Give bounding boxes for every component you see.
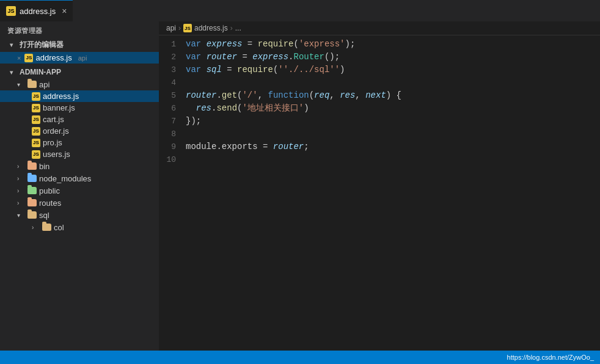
line-num-6: 6 bbox=[159, 102, 186, 115]
close-icon[interactable]: × bbox=[17, 54, 21, 62]
file-banner-js[interactable]: JS banner.js bbox=[0, 102, 159, 114]
line-num-1: 1 bbox=[159, 38, 186, 51]
tab-address-js[interactable]: JS address.js × bbox=[0, 0, 73, 21]
folder-api-label: api bbox=[39, 80, 49, 89]
file-pro-label: pro.js bbox=[43, 138, 62, 147]
code-line-8: 8 bbox=[159, 128, 600, 140]
code-line-6: 6 res.send('地址相关接口') bbox=[159, 102, 600, 115]
breadcrumb: api › JS address.js › ... bbox=[159, 21, 600, 35]
sidebar-title: 资源管理器 bbox=[0, 21, 159, 38]
open-filename: address.js bbox=[35, 53, 71, 62]
file-banner-label: banner.js bbox=[43, 103, 75, 112]
folder-routes[interactable]: routes bbox=[0, 197, 159, 209]
project-section-header[interactable]: ADMIN-APP bbox=[0, 66, 159, 78]
api-chevron bbox=[17, 81, 24, 88]
breadcrumb-filename: address.js bbox=[194, 24, 228, 32]
js-icon: JS bbox=[32, 104, 40, 112]
line-content-3: var sql = require(''./../sql'') bbox=[186, 64, 600, 76]
file-users-js[interactable]: JS users.js bbox=[0, 148, 159, 160]
folder-node-modules-label: node_modules bbox=[39, 174, 91, 183]
tab-bar: JS address.js × bbox=[0, 0, 600, 21]
breadcrumb-sep1: › bbox=[178, 24, 181, 32]
bin-folder-icon bbox=[27, 161, 37, 171]
open-editors-section: 打开的编辑器 × JS address.js api bbox=[0, 38, 159, 66]
project-name: ADMIN-APP bbox=[20, 68, 61, 76]
tab-close-button[interactable]: × bbox=[62, 7, 67, 15]
folder-sql[interactable]: sql bbox=[0, 209, 159, 221]
folder-sql-label: sql bbox=[39, 211, 49, 220]
line-content-8 bbox=[186, 128, 600, 140]
line-num-3: 3 bbox=[159, 64, 186, 76]
line-content-7: }); bbox=[186, 115, 600, 128]
project-chevron bbox=[10, 69, 17, 76]
line-num-10: 10 bbox=[159, 153, 186, 166]
line-num-2: 2 bbox=[159, 51, 186, 64]
js-icon: JS bbox=[6, 6, 16, 16]
open-editors-label: 打开的编辑器 bbox=[20, 40, 64, 50]
line-content-2: var router = express.Router(); bbox=[186, 51, 600, 64]
editor-area: api › JS address.js › ... 1 var express … bbox=[159, 21, 600, 351]
line-num-5: 5 bbox=[159, 89, 186, 102]
file-address-label: address.js bbox=[43, 92, 79, 101]
js-icon: JS bbox=[32, 115, 40, 124]
folder-col[interactable]: col bbox=[0, 221, 159, 233]
open-file-tag: api bbox=[78, 54, 87, 62]
routes-chevron bbox=[17, 200, 24, 206]
js-icon: JS bbox=[32, 150, 40, 159]
folder-api[interactable]: api bbox=[0, 78, 159, 90]
code-line-10: 10 bbox=[159, 153, 600, 166]
line-num-4: 4 bbox=[159, 76, 186, 89]
js-icon: JS bbox=[32, 127, 40, 136]
sidebar: 资源管理器 打开的编辑器 × JS address.js api ADMIN-A… bbox=[0, 21, 159, 351]
line-num-7: 7 bbox=[159, 115, 186, 128]
code-line-4: 4 bbox=[159, 76, 600, 89]
code-line-5: 5 router.get('/', function(req, res, nex… bbox=[159, 89, 600, 102]
folder-public[interactable]: public bbox=[0, 184, 159, 197]
code-line-1: 1 var express = require('express'); bbox=[159, 38, 600, 51]
folder-routes-label: routes bbox=[39, 198, 61, 208]
api-folder-icon bbox=[27, 79, 37, 89]
bin-chevron bbox=[17, 163, 24, 170]
file-users-label: users.js bbox=[43, 150, 70, 159]
public-chevron bbox=[17, 187, 24, 194]
line-content-1: var express = require('express'); bbox=[186, 38, 600, 51]
folder-node-modules[interactable]: node_modules bbox=[0, 172, 159, 184]
file-address-js[interactable]: JS address.js bbox=[0, 90, 159, 102]
line-content-10 bbox=[186, 153, 600, 166]
sql-folder-icon bbox=[27, 210, 37, 220]
breadcrumb-ellipsis: ... bbox=[235, 24, 241, 32]
breadcrumb-js-icon: JS bbox=[183, 24, 192, 32]
open-editors-header[interactable]: 打开的编辑器 bbox=[0, 38, 159, 52]
folder-bin[interactable]: bin bbox=[0, 160, 159, 172]
open-editors-chevron bbox=[10, 42, 17, 48]
line-content-6: res.send('地址相关接口') bbox=[186, 102, 600, 115]
status-bar: https://blog.csdn.net/ZywOo_ bbox=[0, 351, 600, 364]
public-folder-icon bbox=[27, 186, 37, 195]
tab-filename: address.js bbox=[20, 7, 56, 16]
file-cart-js[interactable]: JS cart.js bbox=[0, 114, 159, 125]
line-content-4 bbox=[186, 76, 600, 89]
code-line-2: 2 var router = express.Router(); bbox=[159, 51, 600, 64]
col-chevron bbox=[32, 224, 39, 231]
folder-public-label: public bbox=[39, 186, 60, 195]
js-icon: JS bbox=[32, 92, 40, 101]
js-icon: JS bbox=[32, 139, 40, 147]
breadcrumb-sep2: › bbox=[230, 24, 233, 32]
col-folder-icon bbox=[42, 222, 51, 232]
folder-col-label: col bbox=[54, 223, 64, 232]
sql-chevron bbox=[17, 212, 24, 219]
js-file-icon: JS bbox=[24, 54, 33, 62]
open-file-address-js[interactable]: × JS address.js api bbox=[0, 52, 159, 64]
file-order-label: order.js bbox=[43, 126, 69, 136]
code-line-7: 7 }); bbox=[159, 115, 600, 128]
file-pro-js[interactable]: JS pro.js bbox=[0, 137, 159, 148]
code-line-3: 3 var sql = require(''./../sql'') bbox=[159, 64, 600, 76]
file-order-js[interactable]: JS order.js bbox=[0, 125, 159, 137]
file-cart-label: cart.js bbox=[43, 115, 64, 124]
code-editor[interactable]: 1 var express = require('express'); 2 va… bbox=[159, 35, 600, 351]
line-content-9: module.exports = router; bbox=[186, 140, 600, 153]
node-modules-folder-icon bbox=[27, 173, 37, 183]
line-num-8: 8 bbox=[159, 128, 186, 140]
folder-bin-label: bin bbox=[39, 162, 49, 171]
breadcrumb-api: api bbox=[166, 24, 176, 32]
